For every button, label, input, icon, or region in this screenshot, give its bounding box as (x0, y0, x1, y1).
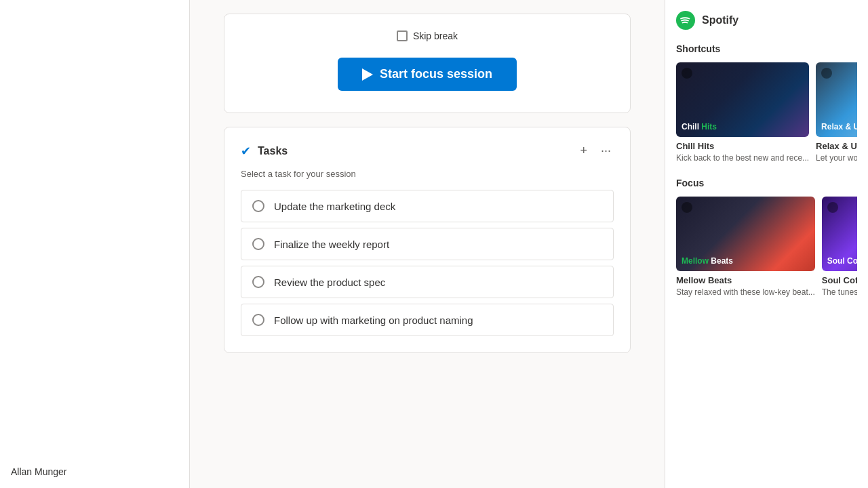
more-icon: ··· (601, 144, 611, 158)
tasks-subtitle: Select a task for your session (241, 169, 614, 179)
spotify-logo-icon (676, 11, 695, 30)
playlist-name-mellow: Mellow Beats (676, 275, 815, 285)
main-content: Skip break Start focus session ✔ Tasks +… (190, 0, 665, 488)
shortcuts-playlist-grid: Chill Hits Chill Hits Kick back to the b… (676, 62, 857, 164)
playlist-thumb-soul: Soul Co (822, 197, 857, 271)
task-item-1[interactable]: Update the marketing deck (241, 190, 614, 222)
playlist-name-soul: Soul Coffee (822, 275, 857, 285)
more-options-button[interactable]: ··· (598, 141, 614, 161)
playlist-thumb-relax: Relax & U (816, 62, 857, 137)
playlist-card-mellow[interactable]: Mellow Beats Mellow Beats Stay relaxed w… (676, 197, 815, 298)
tasks-actions: + ··· (577, 141, 614, 161)
playlist-dot (682, 68, 692, 79)
add-icon: + (580, 144, 587, 158)
top-section: Skip break Start focus session (224, 14, 631, 113)
start-focus-label: Start focus session (380, 67, 492, 81)
spotify-name: Spotify (702, 14, 738, 26)
playlist-card-relax[interactable]: Relax & U Relax & Unw... Let your wo car… (816, 62, 857, 164)
skip-break-row: Skip break (397, 30, 458, 41)
playlist-desc-relax: Let your wo cares slip a... (816, 153, 857, 164)
tasks-header: ✔ Tasks + ··· (241, 141, 614, 161)
playlist-name-chill: Chill Hits (676, 141, 809, 151)
task-label-3: Review the product spec (274, 277, 385, 288)
playlist-thumb-mellow: Mellow Beats (676, 197, 815, 271)
playlist-dot-soul (827, 202, 838, 213)
playlist-card-chill-hits[interactable]: Chill Hits Chill Hits Kick back to the b… (676, 62, 809, 164)
task-radio-1[interactable] (252, 200, 264, 212)
start-focus-button[interactable]: Start focus session (338, 58, 517, 91)
tasks-checkmark-icon: ✔ (241, 144, 251, 159)
play-icon (362, 68, 373, 81)
right-sidebar: Spotify Shortcuts Chill Hits Chill Hits … (665, 0, 868, 488)
playlist-name-relax: Relax & Unw... (816, 141, 857, 151)
playlist-desc-mellow: Stay relaxed with these low-key beat... (676, 287, 815, 298)
task-label-2: Finalize the weekly report (274, 239, 389, 250)
task-label-1: Update the marketing deck (274, 201, 395, 212)
playlist-dot-relax (821, 68, 832, 79)
tasks-section: ✔ Tasks + ··· Select a task for your ses… (224, 127, 631, 353)
left-sidebar: Allan Munger (0, 0, 190, 488)
task-radio-4[interactable] (252, 314, 264, 326)
spotify-header: Spotify (676, 11, 857, 30)
playlist-desc-soul: The tunes to you into yo... (822, 287, 857, 298)
add-task-button[interactable]: + (577, 141, 590, 161)
tasks-title: Tasks (258, 145, 577, 157)
focus-section-title: Focus (676, 178, 857, 188)
shortcuts-section-title: Shortcuts (676, 43, 857, 54)
task-list: Update the marketing deckFinalize the we… (241, 190, 614, 336)
task-radio-3[interactable] (252, 276, 264, 288)
task-radio-2[interactable] (252, 238, 264, 250)
playlist-card-soul[interactable]: Soul Co Soul Coffee The tunes to you int… (822, 197, 857, 298)
task-label-4: Follow up with marketing on product nami… (274, 314, 473, 326)
skip-break-label: Skip break (413, 30, 458, 41)
playlist-thumb-label-soul: Soul Co (827, 256, 857, 266)
playlist-thumb-label-mellow: Mellow Beats (682, 256, 733, 266)
task-item-2[interactable]: Finalize the weekly report (241, 228, 614, 260)
task-item-4[interactable]: Follow up with marketing on product nami… (241, 304, 614, 336)
playlist-dot-mellow (682, 202, 692, 213)
playlist-thumb-label-relax: Relax & U (821, 122, 857, 131)
playlist-thumb-label-chill: Chill Hits (682, 122, 717, 131)
skip-break-checkbox[interactable] (397, 30, 408, 41)
focus-playlist-grid: Mellow Beats Mellow Beats Stay relaxed w… (676, 197, 857, 298)
task-item-3[interactable]: Review the product spec (241, 266, 614, 298)
playlist-thumb-chill-hits: Chill Hits (676, 62, 809, 137)
user-name: Allan Munger (11, 466, 178, 477)
playlist-desc-chill: Kick back to the best new and rece... (676, 153, 809, 164)
